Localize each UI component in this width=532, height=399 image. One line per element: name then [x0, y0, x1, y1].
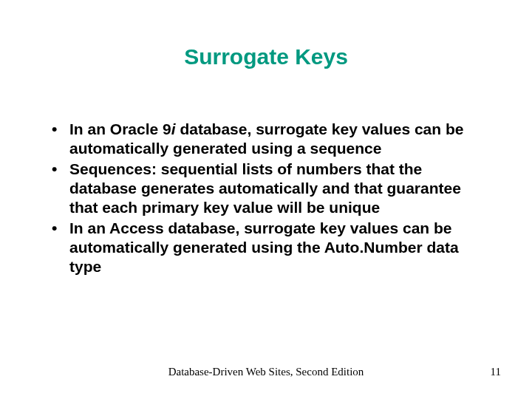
bullet-text-pre: In an Oracle 9	[69, 120, 171, 137]
footer-text: Database-Driven Web Sites, Second Editio…	[0, 366, 532, 378]
list-item: In an Oracle 9i database, surrogate key …	[46, 120, 488, 158]
slide-title: Surrogate Keys	[0, 44, 532, 69]
slide: Surrogate Keys In an Oracle 9i database,…	[0, 0, 532, 399]
list-item: Sequences: sequential lists of numbers t…	[46, 160, 488, 217]
slide-content: In an Oracle 9i database, surrogate key …	[46, 120, 488, 278]
bullet-text-pre: Sequences: sequential lists of numbers t…	[69, 160, 461, 216]
list-item: In an Access database, surrogate key val…	[46, 219, 488, 276]
bullet-list: In an Oracle 9i database, surrogate key …	[46, 120, 488, 276]
bullet-text-pre: In an Access database, surrogate key val…	[69, 219, 459, 275]
page-number: 11	[491, 366, 501, 378]
